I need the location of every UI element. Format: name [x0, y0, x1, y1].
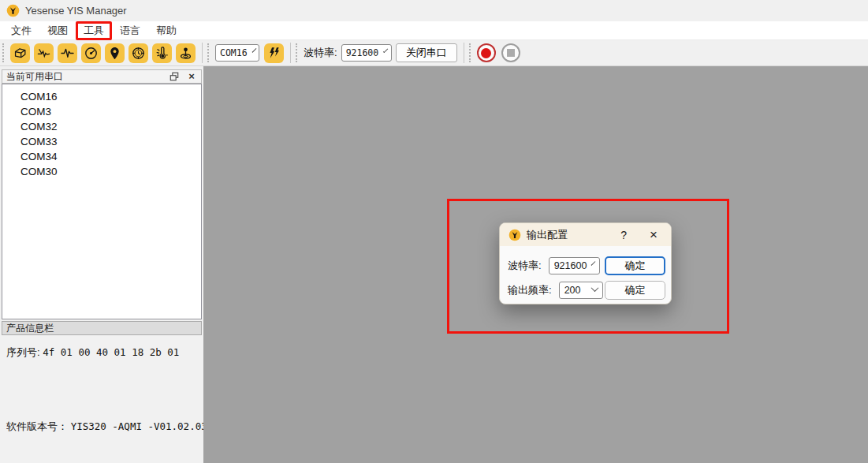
gauge-icon: [84, 46, 99, 61]
tool-temperature-button[interactable]: [152, 43, 172, 63]
yesense-logo-icon: [509, 229, 521, 241]
record-button[interactable]: [477, 43, 496, 62]
port-list-item[interactable]: COM16: [2, 89, 201, 104]
dock-float-button[interactable]: [169, 71, 180, 82]
dialog-body: 波特率: 921600 确定 输出频率: 200 确定: [500, 246, 671, 300]
toolbar-drag-handle[interactable]: [469, 43, 474, 62]
stop-icon: [507, 49, 515, 57]
refresh-ports-button[interactable]: [264, 43, 284, 63]
chevron-down-icon: [383, 48, 389, 54]
workspace: 输出配置 ? × 波特率: 921600 确定 输出频率: 200: [203, 66, 868, 463]
tool-clock-button[interactable]: [129, 43, 148, 63]
dock-title: 当前可用串口: [6, 70, 63, 84]
dialog-title: 输出配置: [527, 228, 568, 242]
product-info-panel: 序列号: 4f 01 00 40 01 18 2b 01 软件版本号： YIS3…: [0, 335, 203, 463]
toolbar-drag-handle[interactable]: [2, 43, 7, 62]
output-config-dialog: 输出配置 ? × 波特率: 921600 确定 输出频率: 200: [499, 222, 672, 304]
baud-rate-value: 921600: [346, 47, 379, 58]
menu-file[interactable]: 文件: [3, 21, 39, 40]
dock-title-bar: 当前可用串口 ×: [2, 69, 202, 84]
record-icon: [481, 48, 491, 58]
cube-icon: [13, 46, 28, 61]
port-list-item[interactable]: COM32: [2, 119, 201, 134]
pulse-wave-icon: [60, 46, 75, 61]
baud-rate-label: 波特率:: [304, 46, 337, 60]
toolbar: COM16 波特率: 921600 关闭串口: [0, 40, 868, 66]
port-list-item[interactable]: COM33: [2, 134, 201, 149]
dock-close-button[interactable]: ×: [186, 71, 197, 82]
serial-number-label: 序列号:: [6, 346, 40, 358]
location-pin-icon: [107, 46, 122, 61]
port-list-item[interactable]: COM3: [2, 104, 201, 119]
yesense-logo-icon: [6, 4, 20, 17]
port-list-item[interactable]: COM34: [2, 149, 201, 164]
thermometer-icon: [155, 46, 170, 61]
toolbar-drag-handle[interactable]: [207, 43, 212, 62]
dialog-frequency-value: 200: [564, 285, 581, 296]
dialog-baud-select[interactable]: 921600: [549, 257, 600, 274]
toolbar-separator: [464, 43, 464, 63]
software-version-value: YIS320 -AQMI -V01.02.03;: [71, 420, 214, 432]
close-serial-port-button[interactable]: 关闭串口: [396, 43, 457, 62]
baud-rate-row: 波特率: 921600 确定: [508, 256, 665, 275]
baud-confirm-button[interactable]: 确定: [605, 256, 665, 275]
serial-number-line: 序列号: 4f 01 00 40 01 18 2b 01: [6, 345, 197, 360]
clock-icon: [131, 46, 146, 61]
dialog-frequency-label: 输出频率:: [508, 283, 552, 297]
tool-angle-wave-button[interactable]: [34, 43, 54, 63]
title-bar: Yesense YIS Manager: [0, 0, 868, 21]
close-icon: ×: [188, 72, 195, 81]
product-info-title-bar: 产品信息栏: [2, 321, 202, 335]
angle-wave-icon: [36, 46, 51, 61]
chevron-down-icon: [251, 48, 256, 53]
tool-pulse-wave-button[interactable]: [58, 43, 77, 63]
frequency-confirm-button[interactable]: 确定: [605, 281, 665, 300]
dialog-baud-label: 波特率:: [508, 259, 542, 273]
serial-port-dock: 当前可用串口 × COM16 COM3 COM32 COM33 COM34 CO…: [0, 66, 203, 463]
product-info-title: 产品信息栏: [6, 322, 54, 335]
dialog-frequency-select[interactable]: 200: [559, 282, 603, 299]
menu-view[interactable]: 视图: [39, 21, 76, 40]
dialog-close-button[interactable]: ×: [650, 230, 658, 241]
menu-tools[interactable]: 工具: [76, 21, 112, 40]
window-title: Yesense YIS Manager: [25, 5, 127, 17]
joystick-icon: [178, 46, 193, 61]
available-ports-list[interactable]: COM16 COM3 COM32 COM33 COM34 COM30: [2, 84, 202, 319]
dialog-baud-value: 921600: [554, 260, 587, 271]
refresh-bolts-icon: [267, 46, 281, 60]
tool-location-button[interactable]: [105, 43, 125, 63]
serial-number-value: 4f 01 00 40 01 18 2b 01: [43, 346, 179, 358]
menu-help[interactable]: 帮助: [148, 21, 184, 40]
output-frequency-row: 输出频率: 200 确定: [508, 281, 665, 300]
tool-joystick-button[interactable]: [176, 43, 196, 63]
stop-button[interactable]: [501, 43, 520, 62]
port-select[interactable]: COM16: [215, 44, 259, 62]
toolbar-drag-handle[interactable]: [296, 43, 300, 62]
baud-rate-select[interactable]: 921600: [341, 44, 392, 62]
tool-3d-view-button[interactable]: [10, 43, 30, 63]
toolbar-separator: [290, 43, 291, 63]
software-version-line: 软件版本号： YIS320 -AQMI -V01.02.03;: [6, 420, 197, 434]
menu-language[interactable]: 语言: [112, 21, 148, 40]
software-version-label: 软件版本号：: [6, 420, 68, 432]
toolbar-separator: [202, 43, 203, 63]
main-area: 当前可用串口 × COM16 COM3 COM32 COM33 COM34 CO…: [0, 66, 868, 463]
dialog-help-button[interactable]: ?: [620, 229, 627, 241]
port-list-item[interactable]: COM30: [2, 164, 201, 179]
chevron-down-icon: [591, 261, 596, 266]
float-icon: [170, 72, 179, 81]
menu-bar: 文件 视图 工具 语言 帮助: [0, 21, 868, 40]
chevron-down-icon: [590, 284, 598, 292]
port-select-value: COM16: [220, 47, 248, 58]
dialog-title-bar[interactable]: 输出配置 ? ×: [500, 223, 671, 246]
tool-gauge-button[interactable]: [81, 43, 101, 63]
